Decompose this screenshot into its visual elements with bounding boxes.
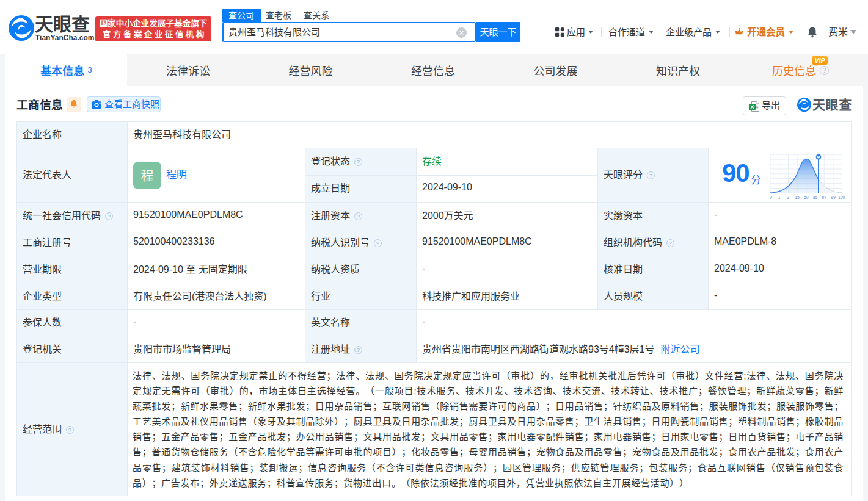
svg-text:100: 100 <box>838 195 845 200</box>
svg-text:97: 97 <box>822 195 826 200</box>
svg-text:85: 85 <box>813 195 818 200</box>
svg-text:15: 15 <box>795 195 800 200</box>
svg-text:1: 1 <box>778 195 781 200</box>
svg-text:50: 50 <box>804 195 809 200</box>
svg-text:3: 3 <box>787 195 790 200</box>
svg-text:0: 0 <box>770 195 772 200</box>
svg-text:99: 99 <box>831 195 836 200</box>
